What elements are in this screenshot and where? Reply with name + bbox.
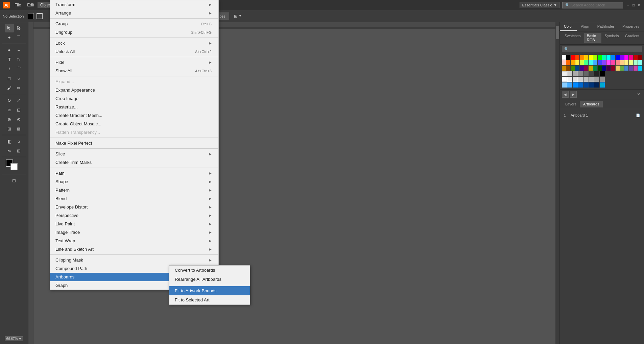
menu-separator [50,254,218,255]
menu-label: Make Pixel Perfect [55,141,92,146]
menu-item-pixel-perfect[interactable]: Make Pixel Perfect [50,139,218,147]
submenu-arrow-icon: ▶ [209,41,212,45]
menu-label: Lock [55,41,65,46]
menu-label: Create Gradient Mesh... [55,113,102,118]
submenu-arrow-icon: ▶ [209,247,212,251]
submenu-arrow-icon: ▶ [209,11,212,15]
menu-overlay[interactable]: Transform ▶ Arrange ▶ Group Ctrl+G Ungro… [0,0,644,344]
menu-label: Blend [55,196,67,201]
submenu-arrow-icon: ▶ [209,222,212,226]
menu-item-group[interactable]: Group Ctrl+G [50,20,218,28]
submenu-fit-selected-art[interactable]: Fit to Selected Art [169,295,250,304]
menu-label: Transform [55,2,75,7]
menu-item-ungroup[interactable]: Ungroup Shift+Ctrl+G [50,28,218,36]
menu-label: Graph [55,283,68,288]
menu-label: Slice [55,151,65,156]
submenu-label: Fit to Selected Art [175,297,210,302]
menu-label: Rasterize... [55,104,78,109]
menu-item-transform[interactable]: Transform ▶ [50,0,218,9]
submenu-arrow-icon: ▶ [209,258,212,262]
menu-item-expand: Expand... [50,77,218,86]
menu-label: Expand Appearance [55,88,95,93]
menu-item-flatten: Flatten Transparency... [50,128,218,137]
menu-label: Create Object Mosaic... [55,121,101,126]
menu-label: Path [55,171,65,176]
menu-item-slice[interactable]: Slice ▶ [50,150,218,158]
menu-label: Flatten Transparency... [55,130,100,135]
menu-item-lock[interactable]: Lock ▶ [50,39,218,47]
menu-item-expand-appearance[interactable]: Expand Appearance [50,86,218,94]
shortcut-label: Ctrl+G [201,22,212,26]
submenu-rearrange-artboards[interactable]: Rearrange All Artboards [169,275,250,284]
submenu-fit-artwork-bounds[interactable]: Fit to Artwork Bounds [169,286,250,295]
menu-label: Line and Sketch Art [55,247,94,252]
menu-separator [50,57,218,57]
menu-item-live-paint[interactable]: Live Paint ▶ [50,220,218,228]
menu-item-shape[interactable]: Shape ▶ [50,177,218,186]
menu-item-pattern[interactable]: Pattern ▶ [50,186,218,194]
menu-label: Envelope Distort [55,204,88,210]
menu-item-text-wrap[interactable]: Text Wrap ▶ [50,237,218,245]
submenu-separator [169,285,250,285]
menu-label: Hide [55,60,65,65]
submenu-arrow-icon: ▶ [209,214,212,217]
menu-item-unlock-all[interactable]: Unlock All Alt+Ctrl+2 [50,47,218,56]
submenu-arrow-icon: ▶ [209,239,212,243]
menu-label: Live Paint [55,221,75,226]
submenu-label: Fit to Artwork Bounds [175,288,217,293]
menu-label: Expand... [55,79,74,84]
menu-item-blend[interactable]: Blend ▶ [50,194,218,203]
menu-item-crop-image[interactable]: Crop Image [50,94,218,103]
menu-item-perspective[interactable]: Perspective ▶ [50,211,218,220]
menu-item-image-trace[interactable]: Image Trace ▶ [50,228,218,237]
menu-label: Group [55,21,68,26]
shortcut-label: Alt+Ctrl+3 [195,69,212,73]
submenu-arrow-icon: ▶ [209,197,212,200]
menu-item-clipping-mask[interactable]: Clipping Mask ▶ [50,256,218,264]
shortcut-label: Alt+Ctrl+2 [195,50,212,54]
submenu-label: Convert to Artboards [175,268,215,273]
menu-label: Image Trace [55,230,80,235]
submenu-arrow-icon: ▶ [209,205,212,209]
submenu-arrow-icon: ▶ [209,3,212,6]
menu-label: Compound Path [55,266,87,271]
menu-label: Shape [55,179,68,184]
submenu-arrow-icon: ▶ [209,188,212,192]
menu-separator [50,18,218,19]
artboards-submenu: Convert to Artboards Rearrange All Artbo… [169,265,250,305]
submenu-arrow-icon: ▶ [209,60,212,64]
menu-item-path[interactable]: Path ▶ [50,169,218,177]
menu-item-envelope-distort[interactable]: Envelope Distort ▶ [50,203,218,211]
menu-label: Text Wrap [55,238,75,243]
submenu-arrow-icon: ▶ [209,230,212,234]
menu-item-show-all[interactable]: Show All Alt+Ctrl+3 [50,67,218,75]
menu-item-gradient-mesh[interactable]: Create Gradient Mesh... [50,111,218,120]
menu-item-line-sketch[interactable]: Line and Sketch Art ▶ [50,245,218,253]
menu-label: Ungroup [55,30,72,35]
submenu-arrow-icon: ▶ [209,171,212,175]
menu-label: Clipping Mask [55,257,83,263]
menu-separator [50,76,218,76]
menu-item-trim-marks[interactable]: Create Trim Marks [50,158,218,167]
menu-label: Pattern [55,188,70,193]
submenu-label: Rearrange All Artboards [175,277,221,282]
submenu-arrow-icon: ▶ [209,180,212,183]
submenu-convert-artboards[interactable]: Convert to Artboards [169,266,250,275]
object-menu: Transform ▶ Arrange ▶ Group Ctrl+G Ungro… [50,0,219,290]
menu-separator [50,138,218,138]
menu-label: Perspective [55,213,78,218]
menu-separator [50,148,218,149]
menu-label: Crop Image [55,96,78,101]
menu-separator [50,168,218,168]
menu-item-hide[interactable]: Hide ▶ [50,58,218,67]
shortcut-label: Shift+Ctrl+G [191,30,212,34]
menu-label: Artboards [55,274,74,279]
menu-item-rasterize[interactable]: Rasterize... [50,103,218,111]
menu-label: Unlock All [55,49,75,54]
menu-item-arrange[interactable]: Arrange ▶ [50,9,218,17]
submenu-arrow-icon: ▶ [209,152,212,156]
menu-label: Arrange [55,10,71,16]
menu-item-object-mosaic[interactable]: Create Object Mosaic... [50,120,218,128]
menu-label: Create Trim Marks [55,160,92,165]
menu-separator [50,38,218,38]
